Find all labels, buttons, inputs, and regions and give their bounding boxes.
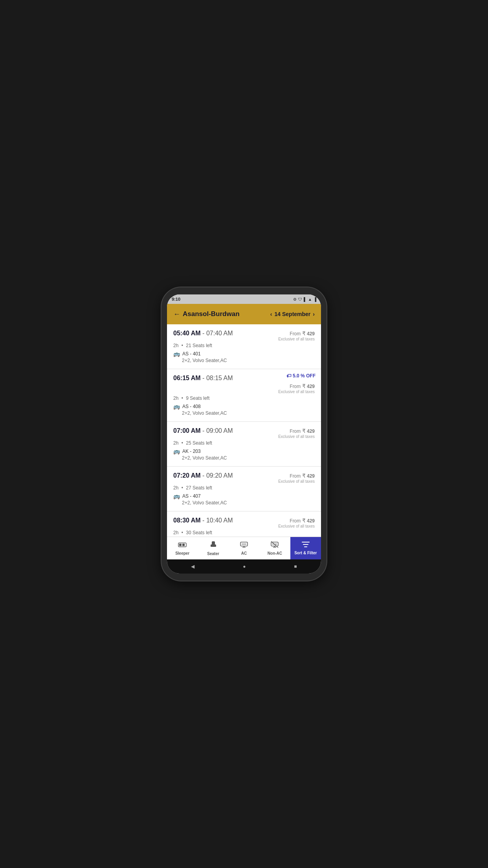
bus-type: 2+2, Volvo Seater,AC xyxy=(182,358,315,363)
bus-price: From ₹ 429 Exclusive of all taxes xyxy=(278,383,315,394)
bus-number: AK - 203 xyxy=(182,449,201,454)
bus-duration: 2h • 21 Seats left xyxy=(173,343,315,348)
tax-label: Exclusive of all taxes xyxy=(278,434,315,439)
bus-number: AS - 407 xyxy=(182,493,201,499)
bus-info: 🚌 AS - 407 xyxy=(173,493,315,499)
ac-label: AC xyxy=(241,551,247,555)
seater-label: Seater xyxy=(207,552,219,556)
tax-label: Exclusive of all taxes xyxy=(278,390,315,394)
from-label: From ₹ 429 xyxy=(290,331,315,337)
bus-card[interactable]: 🏷 5.0 % OFF 06:15 AM - 08:15 AM From ₹ 4… xyxy=(167,369,321,422)
bus-info: 🚌 AK - 203 xyxy=(173,448,315,454)
bus-number: AS - 401 xyxy=(182,351,201,357)
bus-icon: 🚌 xyxy=(173,351,180,357)
android-home[interactable]: ● xyxy=(243,564,246,569)
nav-non-ac[interactable]: Non-AC xyxy=(259,537,290,559)
bus-type: 2+2, Volvo Seater,AC xyxy=(182,500,315,506)
from-label: From ₹ 429 xyxy=(290,473,315,479)
bus-number: AS - 408 xyxy=(182,404,201,409)
from-label: From ₹ 429 xyxy=(290,428,315,434)
depart-time: 05:40 AM xyxy=(173,330,201,337)
bus-card-partial[interactable]: 08:30 AM - 10:40 AM From ₹ 429 Exclusive… xyxy=(167,511,321,537)
bus-duration: 2h • 27 Seats left xyxy=(173,485,315,491)
bus-duration: 2h • 25 Seats left xyxy=(173,440,315,446)
top-nav: ← Asansol-Burdwan ‹ 14 September › xyxy=(167,304,321,324)
svg-rect-1 xyxy=(179,544,182,546)
bus-price: From ₹ 429 Exclusive of all taxes xyxy=(278,472,315,484)
bus-card[interactable]: 05:40 AM - 07:40 AM From ₹ 429 Exclusive… xyxy=(167,324,321,369)
bus-type: 2+2, Volvo Seater,AC xyxy=(182,455,315,461)
bus-info: 🚌 AS - 408 xyxy=(173,403,315,410)
depart-time: 07:20 AM xyxy=(173,472,201,479)
depart-time: 08:30 AM xyxy=(173,517,201,524)
depart-time: 07:00 AM xyxy=(173,427,201,434)
bus-timing: 07:00 AM - 09:00 AM xyxy=(173,427,233,434)
bus-list: 05:40 AM - 07:40 AM From ₹ 429 Exclusive… xyxy=(167,324,321,537)
android-nav: ◀ ● ■ xyxy=(167,559,321,574)
bus-duration: 2h • 30 Seats left xyxy=(173,530,315,535)
arrive-time: - 09:00 AM xyxy=(202,427,233,434)
depart-time: 06:15 AM xyxy=(173,375,201,381)
card-top: 07:20 AM - 09:20 AM From ₹ 429 Exclusive… xyxy=(173,472,315,484)
android-recents[interactable]: ■ xyxy=(294,564,297,569)
nav-sleeper[interactable]: Sleeper xyxy=(167,537,198,559)
bus-type: 2+2, Volvo Seater,AC xyxy=(182,410,315,416)
svg-rect-2 xyxy=(182,544,185,546)
svg-rect-3 xyxy=(211,544,212,547)
from-label: From ₹ 429 xyxy=(290,384,315,389)
card-top: 05:40 AM - 07:40 AM From ₹ 429 Exclusive… xyxy=(173,330,315,341)
tax-label: Exclusive of all taxes xyxy=(278,524,315,528)
bus-price: From ₹ 429 Exclusive of all taxes xyxy=(278,427,315,439)
discount-text: 5.0 % OFF xyxy=(293,373,316,379)
shield-icon: 🛡 xyxy=(298,297,302,302)
bus-price: From ₹ 429 Exclusive of all taxes xyxy=(278,517,315,528)
battery-icon: ▌ xyxy=(304,297,306,302)
phone-screen: 9:10 ⚙ 🛡 ▌ ▲ ▐ ← Asansol-Burdwan ‹ 14 Se… xyxy=(167,294,321,574)
wifi-icon: ▲ xyxy=(308,297,312,302)
bus-timing: 05:40 AM - 07:40 AM xyxy=(173,330,233,337)
tax-label: Exclusive of all taxes xyxy=(278,337,315,341)
bus-price: From ₹ 429 Exclusive of all taxes xyxy=(278,330,315,341)
android-back[interactable]: ◀ xyxy=(191,564,194,569)
sleeper-label: Sleeper xyxy=(175,551,189,555)
svg-rect-4 xyxy=(215,544,216,547)
prev-date-button[interactable]: ‹ xyxy=(270,311,272,317)
bus-card[interactable]: 07:20 AM - 09:20 AM From ₹ 429 Exclusive… xyxy=(167,467,321,511)
arrive-time: - 09:20 AM xyxy=(202,472,233,479)
non-ac-label: Non-AC xyxy=(268,551,282,555)
from-label: From ₹ 429 xyxy=(290,518,315,524)
bus-icon: 🚌 xyxy=(173,448,180,454)
phone-frame: 9:10 ⚙ 🛡 ▌ ▲ ▐ ← Asansol-Burdwan ‹ 14 Se… xyxy=(161,287,327,581)
next-date-button[interactable]: › xyxy=(313,311,315,317)
route-title: Asansol-Burdwan xyxy=(183,310,240,318)
bus-timing: 06:15 AM - 08:15 AM xyxy=(173,375,233,382)
discount-badge: 🏷 5.0 % OFF xyxy=(286,373,316,379)
bus-timing: 08:30 AM - 10:40 AM xyxy=(173,517,233,524)
bus-duration: 2h • 9 Seats left xyxy=(173,395,315,401)
seater-icon xyxy=(209,541,217,550)
tax-label: Exclusive of all taxes xyxy=(278,479,315,484)
current-date: 14 September xyxy=(275,311,311,317)
settings-icon: ⚙ xyxy=(293,297,297,302)
bus-timing: 07:20 AM - 09:20 AM xyxy=(173,472,233,479)
status-icons: ⚙ 🛡 ▌ ▲ ▐ xyxy=(293,297,316,302)
nav-sort-filter[interactable]: Sort & Filter xyxy=(290,537,321,559)
arrive-time: - 08:15 AM xyxy=(202,375,233,381)
card-top: 08:30 AM - 10:40 AM From ₹ 429 Exclusive… xyxy=(173,517,315,528)
status-time: 9:10 xyxy=(172,297,180,302)
arrive-time: - 07:40 AM xyxy=(202,330,233,337)
non-ac-icon xyxy=(270,541,279,550)
nav-title-group: ← Asansol-Burdwan xyxy=(173,310,240,318)
date-nav: ‹ 14 September › xyxy=(270,311,315,317)
nav-ac[interactable]: AC xyxy=(229,537,259,559)
filter-icon xyxy=(302,541,310,550)
ac-icon xyxy=(240,541,248,550)
bus-icon: 🚌 xyxy=(173,403,180,410)
bus-card[interactable]: 07:00 AM - 09:00 AM From ₹ 429 Exclusive… xyxy=(167,422,321,467)
sort-filter-label: Sort & Filter xyxy=(294,551,317,555)
back-button[interactable]: ← xyxy=(173,310,180,318)
card-top: 07:00 AM - 09:00 AM From ₹ 429 Exclusive… xyxy=(173,427,315,439)
bottom-nav: Sleeper Seater xyxy=(167,537,321,559)
nav-seater[interactable]: Seater xyxy=(198,537,228,559)
bus-icon: 🚌 xyxy=(173,493,180,499)
